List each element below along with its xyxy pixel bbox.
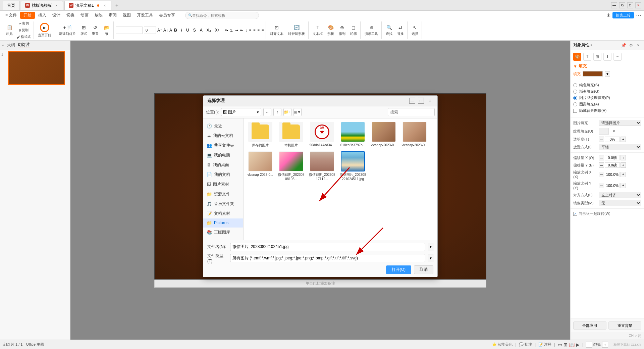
tab-presentation-close[interactable]: × [102, 3, 107, 8]
sidebar-mydocs[interactable]: 📄 我的文档 [203, 170, 243, 180]
tab-outline[interactable]: 大纲 [7, 42, 15, 48]
fill-option-gradient[interactable]: 渐变填充(G) [573, 89, 641, 94]
checkbox-hide-bg[interactable] [573, 109, 577, 113]
slide-canvas[interactable]: 选择纹理 — □ × 位置(I): 🖼 图片 ▼ [154, 93, 486, 280]
offset-x-increase-btn[interactable]: + [621, 155, 626, 160]
with-shape-checkbox[interactable]: ✓ [573, 212, 577, 216]
opacity-decrease-btn[interactable]: — [599, 137, 604, 142]
fill-option-pattern[interactable]: 图案填充(A) [573, 102, 641, 107]
open-btn[interactable]: 打开(O) [386, 265, 411, 274]
nav-up-btn[interactable]: ↑ [273, 108, 281, 116]
layout-icon-btn[interactable]: ⊞ [593, 53, 601, 61]
menu-vip[interactable]: 会员专享 [156, 12, 178, 19]
menu-insert[interactable]: 插入 [36, 12, 49, 19]
normal-view-icon[interactable]: ▭ [558, 342, 562, 347]
file-girl-blue[interactable]: 微信图片_202308221024511.jpg [339, 151, 366, 181]
radio-pattern[interactable] [573, 102, 577, 106]
offset-y-value[interactable] [605, 162, 620, 168]
superscript-btn[interactable]: X² [214, 27, 220, 33]
fill-option-solid[interactable]: 纯色填充(S) [573, 83, 641, 88]
panel-settings-icon[interactable]: ⚙ [628, 42, 634, 48]
filename-input[interactable] [230, 243, 425, 251]
align-right-btn[interactable]: ≡ [257, 28, 260, 33]
search-input[interactable] [192, 13, 256, 17]
texture-fill-swatch[interactable] [599, 128, 609, 135]
note-btn[interactable]: 📝 注释 [538, 342, 551, 347]
font-size-input[interactable] [144, 27, 156, 34]
fill-icon-btn[interactable]: 🎨 [573, 53, 581, 61]
numbered-list-btn[interactable]: 1. [229, 28, 234, 33]
nav-view-btn[interactable]: ⊞▼ [293, 108, 302, 116]
offset-x-value[interactable] [605, 155, 620, 160]
window-maximize[interactable]: □ [627, 2, 633, 8]
textbox-btn[interactable]: T 文本框 [311, 23, 325, 37]
nav-new-folder-btn[interactable]: 📁+ [283, 108, 291, 116]
bullet-list-btn[interactable]: ≡• [224, 28, 229, 33]
layout-btn[interactable]: ⊞ 版式 [78, 23, 89, 37]
radio-picture[interactable] [573, 96, 577, 100]
font-name-input[interactable] [116, 27, 143, 34]
start-slideshow-btn[interactable]: ▶ 当页开始 [36, 22, 53, 38]
file-lotus[interactable]: 微信截图_20230808105... [278, 151, 305, 181]
arrange-btn[interactable]: ⊕ 排列 [337, 23, 347, 37]
fill-option-picture[interactable]: 图片或纹理填充(P) [573, 95, 641, 100]
nav-back-btn[interactable]: ← [263, 108, 271, 116]
section-btn[interactable]: 📂 节 [101, 23, 112, 37]
texture-fill-dropdown[interactable]: ▼ [612, 129, 616, 133]
radio-gradient[interactable] [573, 90, 577, 94]
mirror-select[interactable]: 无 [599, 200, 641, 206]
font-increase-btn[interactable]: A↑ [157, 28, 162, 33]
indent-decrease-btn[interactable]: ⇤ [239, 28, 244, 33]
image-fill-select[interactable]: 请选择图片 [599, 120, 641, 126]
ai-beauty-btn[interactable]: ⭐ 智能美化 [492, 342, 513, 347]
convert-shape-btn[interactable]: 🔄 转智能形状 [286, 23, 307, 37]
placement-select[interactable]: 平铺 [599, 144, 641, 150]
font-color-btn[interactable]: A [199, 27, 204, 33]
file-vlcsnap3[interactable]: vlcsnap-2023-0... [247, 151, 274, 181]
menu-animation[interactable]: 动画 [78, 12, 91, 19]
tab-slides[interactable]: 幻灯片 [18, 42, 30, 48]
window-minimize[interactable]: — [611, 2, 617, 8]
new-slide-btn[interactable]: +📄 新建幻灯片 [57, 23, 78, 37]
apply-all-btn[interactable]: 全部应用 [573, 321, 606, 330]
location-select[interactable]: 🖼 图片 ▼ [221, 108, 261, 116]
outline-btn[interactable]: ◻ 轮廓 [348, 23, 359, 37]
text-icon-btn[interactable]: T [583, 53, 591, 61]
settings-icon[interactable]: ⋯ [636, 12, 641, 18]
notes-area[interactable]: 单击此处添加备注 [154, 280, 486, 288]
file-vlcsnap1[interactable]: vlcsnap-2023-0... [370, 122, 397, 147]
zoom-increase-btn[interactable]: + [602, 342, 608, 348]
justify-btn[interactable]: ≡ [261, 28, 264, 33]
replace-btn[interactable]: ⇄ 替换 [395, 23, 406, 37]
panel-close-icon[interactable]: × [635, 42, 641, 48]
sidebar-shared[interactable]: 👥 共享文件夹 [203, 141, 243, 150]
reset-btn[interactable]: ↺ 重置 [90, 23, 101, 37]
sidebar-music[interactable]: 🎵 音乐文件夹 [203, 199, 243, 209]
fullscreen-icon[interactable]: ▶ [576, 342, 580, 347]
slide-thumb-1[interactable]: 1 [1, 51, 69, 85]
font-decrease-btn[interactable]: A↓ [163, 28, 168, 33]
offset-x-decrease-btn[interactable]: — [599, 155, 604, 160]
filename-dropdown[interactable]: ▼ [428, 243, 433, 251]
sidebar-mypc[interactable]: 💻 我的电脑 [203, 150, 243, 160]
indent-increase-btn[interactable]: ⇥ [234, 28, 239, 33]
menu-slideshow[interactable]: 放映 [92, 12, 105, 19]
opacity-increase-btn[interactable]: + [621, 137, 626, 142]
grid-view-icon[interactable]: ⊞ [564, 342, 568, 347]
file-stamp[interactable]: ★ 公章 96dda144ad34... [309, 122, 335, 147]
cut-btn[interactable]: ✂剪切 [15, 20, 32, 27]
panel-pin-icon[interactable]: 📌 [621, 42, 627, 48]
sidebar-pictures[interactable]: 📁 Pictures [203, 218, 243, 228]
zoom-decrease-btn[interactable]: — [586, 342, 592, 348]
offset-y-decrease-btn[interactable]: — [599, 162, 604, 168]
copy-btn[interactable]: ⎘复制 [15, 27, 32, 33]
add-tab-button[interactable]: + [113, 1, 121, 9]
tab-home[interactable]: 首页 [3, 1, 19, 10]
scale-x-decrease-btn[interactable]: — [599, 172, 604, 177]
fill-title[interactable]: ▼ 填充 [573, 63, 641, 69]
menu-developer[interactable]: 开发工具 [134, 12, 156, 19]
search-input[interactable] [388, 108, 435, 116]
filetype-dropdown[interactable]: ▼ [428, 254, 433, 262]
scale-y-increase-btn[interactable]: + [621, 183, 626, 188]
dialog-minimize-btn[interactable]: — [409, 98, 415, 104]
